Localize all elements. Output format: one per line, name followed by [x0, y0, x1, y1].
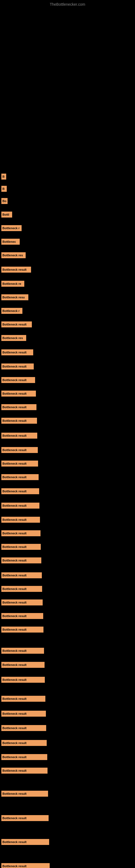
bar-row: Bottleneck result	[1, 740, 47, 746]
bar-row: Bottleneck result	[1, 447, 38, 453]
bar-row: Bottleneck result	[1, 418, 37, 424]
bar-row: Bottleneck result	[1, 349, 33, 355]
bar-row: Bottleneck result	[1, 557, 41, 563]
bar-row: Bottleneck result	[1, 267, 31, 273]
bar-row: Bo	[1, 198, 8, 204]
bar-row: Bottleneck result	[1, 662, 45, 668]
bar-row: Bottleneck r	[1, 225, 21, 231]
bar-row: Bottleneck result	[1, 544, 41, 550]
bar-row: Bottleneck result	[1, 613, 43, 619]
bar-row: Bottleneck result	[1, 530, 41, 536]
bar-row: Bottleneck result	[1, 517, 40, 523]
bar-row: Bottleneck result	[1, 474, 39, 480]
bar-row: Bottleneck result	[1, 391, 36, 397]
bar-row: Bottleneck result	[1, 461, 38, 467]
bar-row: Bottleneck result	[1, 791, 48, 797]
bar-row: Bottleneck result	[1, 627, 43, 632]
bar-row: Bottleneck re	[1, 281, 24, 287]
bar-row: Bottleneck result	[1, 433, 37, 439]
bar-row: Bottleneck result	[1, 648, 44, 654]
bar-row: Bottleneck result	[1, 377, 35, 383]
bar-row: Bottleneck result	[1, 503, 39, 508]
bar-row: Bottleneck result	[1, 839, 49, 845]
bar-row: Bottleneck result	[1, 404, 37, 410]
bar-row: Bottleneck result	[1, 488, 39, 494]
bar-row: Bottleneck result	[1, 768, 48, 774]
bar-row: Bottleneck result	[1, 586, 42, 592]
bar-row: Bottleneck r	[1, 308, 22, 314]
bar-row: Bottleneck result	[1, 754, 47, 760]
site-title: TheBottlenecker.com	[50, 2, 85, 6]
bar-row: Bottleneck res	[1, 252, 26, 258]
bar-row: Bottleneck result	[1, 599, 43, 606]
bar-row: B	[1, 186, 7, 192]
bar-row: Bottl	[1, 212, 12, 218]
bar-row: Bottleneck result	[1, 863, 50, 868]
bar-row: Bottleneck result	[1, 677, 45, 683]
bar-row: Bottleneck resu	[1, 294, 28, 300]
bar-row: Bottleneck result	[1, 711, 46, 717]
bar-row: Bottleneck result	[1, 364, 34, 369]
bar-row: Bottleneck res	[1, 335, 26, 341]
bar-row: Bottleneck result	[1, 321, 32, 328]
bar-row: Bottleneck result	[1, 696, 45, 702]
bar-row: Bottleneck result	[1, 725, 46, 731]
bar-row: Bottlenec	[1, 239, 20, 245]
bar-row: B	[1, 174, 6, 180]
bar-row: Bottleneck result	[1, 572, 42, 578]
bar-row: Bottleneck result	[1, 815, 49, 821]
